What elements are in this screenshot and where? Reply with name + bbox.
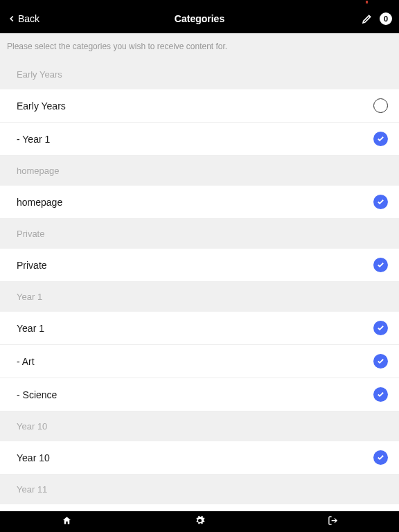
category-label: Year 10 bbox=[17, 452, 50, 463]
page-title: Categories bbox=[175, 13, 224, 24]
section-header: homepage bbox=[0, 156, 399, 186]
category-row[interactable]: Private bbox=[0, 249, 399, 282]
category-label: Early Years bbox=[17, 100, 66, 112]
category-row[interactable]: Year 1 bbox=[0, 312, 399, 345]
section-header: Year 10 bbox=[0, 411, 399, 441]
bottom-nav bbox=[0, 511, 399, 532]
category-row[interactable]: Early Years bbox=[0, 89, 399, 123]
count-badge[interactable]: 0 bbox=[380, 12, 392, 25]
checkmark-icon[interactable] bbox=[373, 321, 388, 335]
checkmark-icon[interactable] bbox=[373, 450, 388, 465]
back-button[interactable]: Back bbox=[7, 13, 39, 24]
category-row[interactable]: Year 10 bbox=[0, 441, 399, 475]
category-label: - Art bbox=[17, 356, 35, 367]
instruction-text: Please select the categories you wish to… bbox=[0, 33, 399, 60]
unchecked-circle-icon[interactable] bbox=[373, 98, 388, 113]
home-tab[interactable] bbox=[62, 515, 72, 529]
logout-tab[interactable] bbox=[328, 515, 338, 529]
category-row[interactable]: homepage bbox=[0, 186, 399, 219]
category-row[interactable]: - Year 1 bbox=[0, 123, 399, 156]
top-bar: Back Categories 0 bbox=[0, 4, 399, 33]
back-label: Back bbox=[18, 13, 39, 24]
category-row[interactable]: - Science bbox=[0, 378, 399, 411]
gear-icon bbox=[195, 515, 205, 526]
section-header: Year 1 bbox=[0, 282, 399, 312]
logout-icon bbox=[328, 515, 338, 526]
edit-icon[interactable] bbox=[362, 13, 373, 24]
category-label: - Science bbox=[17, 389, 57, 400]
checkmark-icon[interactable] bbox=[373, 387, 388, 402]
category-row[interactable]: - Art bbox=[0, 345, 399, 378]
category-row[interactable]: Year 11 bbox=[0, 504, 399, 511]
checkmark-icon[interactable] bbox=[373, 258, 388, 272]
settings-tab[interactable] bbox=[195, 515, 205, 529]
chevron-left-icon bbox=[7, 14, 17, 24]
category-label: Year 1 bbox=[17, 323, 44, 334]
checkmark-icon[interactable] bbox=[373, 132, 388, 146]
category-label: - Year 1 bbox=[17, 134, 50, 145]
category-list: Early YearsEarly Years- Year 1homepageho… bbox=[0, 60, 399, 511]
section-header: Year 11 bbox=[0, 475, 399, 504]
section-header: Private bbox=[0, 219, 399, 249]
section-header: Early Years bbox=[0, 60, 399, 89]
category-label: homepage bbox=[17, 197, 62, 208]
checkmark-icon[interactable] bbox=[373, 354, 388, 369]
checkmark-icon[interactable] bbox=[373, 195, 388, 209]
home-icon bbox=[62, 515, 72, 526]
category-label: Private bbox=[17, 260, 47, 271]
